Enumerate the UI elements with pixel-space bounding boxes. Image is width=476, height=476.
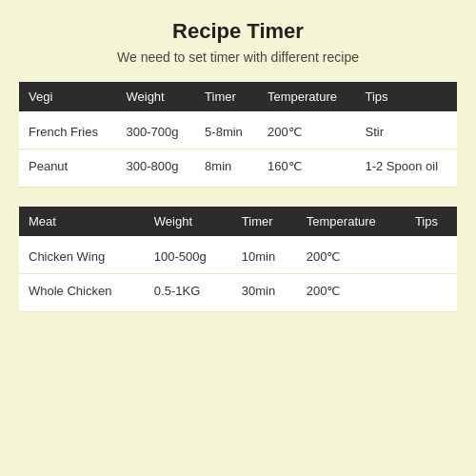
- vegi-col-tips: Tips: [355, 82, 457, 111]
- vegi-cell-temperature: 160℃: [258, 149, 356, 188]
- meat-cell-weight: 100-500g: [145, 236, 232, 274]
- vegi-cell-weight: 300-700g: [116, 111, 195, 149]
- table-row: French Fries300-700g5-8min200℃Stir: [19, 111, 457, 149]
- vegi-cell-tips: Stir: [355, 111, 457, 149]
- table-row: Chicken Wing100-500g10min200℃: [19, 236, 457, 274]
- vegi-cell-temperature: 200℃: [258, 111, 356, 149]
- meat-col-name: Meat: [19, 207, 145, 236]
- meat-cell-tips: [406, 236, 457, 274]
- vegi-cell-timer: 5-8min: [195, 111, 258, 149]
- meat-col-weight: Weight: [145, 207, 232, 236]
- meat-cell-name: Whole Chicken: [19, 274, 145, 312]
- vegi-table: Vegi Weight Timer Temperature Tips Frenc…: [19, 82, 457, 188]
- vegi-cell-tips: 1-2 Spoon oil: [355, 149, 457, 188]
- table-row: Whole Chicken0.5-1KG30min200℃: [19, 274, 457, 312]
- meat-cell-temperature: 200℃: [297, 236, 406, 274]
- meat-cell-timer: 10min: [232, 236, 297, 274]
- vegi-cell-name: Peanut: [19, 149, 116, 188]
- vegi-cell-weight: 300-800g: [116, 149, 195, 188]
- meat-cell-tips: [406, 274, 457, 312]
- meat-table: Meat Weight Timer Temperature Tips Chick…: [19, 207, 457, 312]
- vegi-header-row: Vegi Weight Timer Temperature Tips: [19, 82, 457, 111]
- vegi-col-weight: Weight: [116, 82, 195, 111]
- page-container: Recipe Timer We need to set timer with d…: [19, 19, 457, 331]
- meat-cell-name: Chicken Wing: [19, 236, 145, 274]
- meat-col-timer: Timer: [232, 207, 297, 236]
- meat-cell-timer: 30min: [232, 274, 297, 312]
- vegi-col-timer: Timer: [195, 82, 258, 111]
- meat-cell-temperature: 200℃: [297, 274, 406, 312]
- vegi-cell-name: French Fries: [19, 111, 116, 149]
- meat-header-row: Meat Weight Timer Temperature Tips: [19, 207, 457, 236]
- meat-cell-weight: 0.5-1KG: [145, 274, 232, 312]
- page-title: Recipe Timer: [19, 19, 457, 44]
- meat-col-tips: Tips: [406, 207, 457, 236]
- table-row: Peanut300-800g8min160℃1-2 Spoon oil: [19, 149, 457, 188]
- vegi-col-name: Vegi: [19, 82, 116, 111]
- vegi-col-temperature: Temperature: [258, 82, 356, 111]
- page-subtitle: We need to set timer with different reci…: [19, 50, 457, 65]
- vegi-cell-timer: 8min: [195, 149, 258, 188]
- meat-col-temperature: Temperature: [297, 207, 406, 236]
